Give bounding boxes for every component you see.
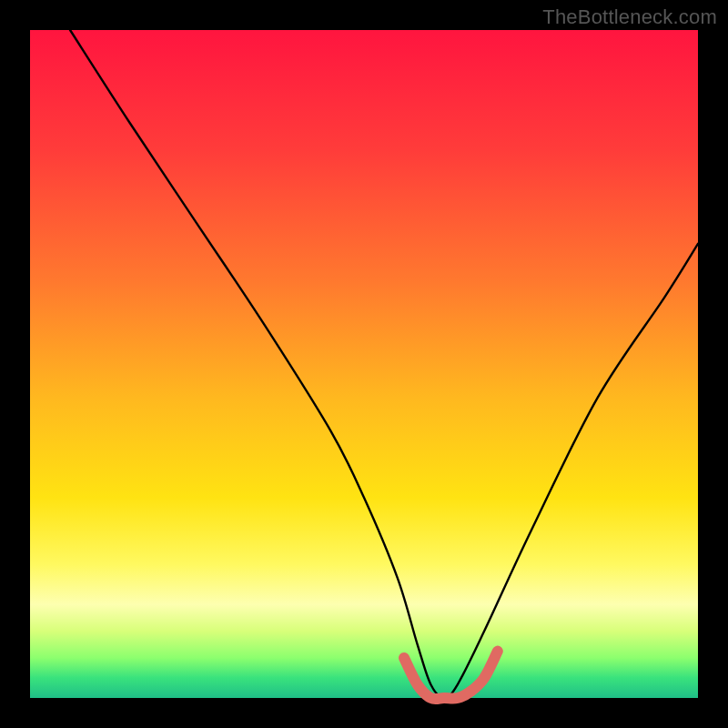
plot-background: [30, 30, 698, 698]
watermark-text: TheBottleneck.com: [542, 5, 717, 29]
bottleneck-chart: [0, 0, 728, 728]
chart-frame: TheBottleneck.com: [0, 0, 728, 728]
